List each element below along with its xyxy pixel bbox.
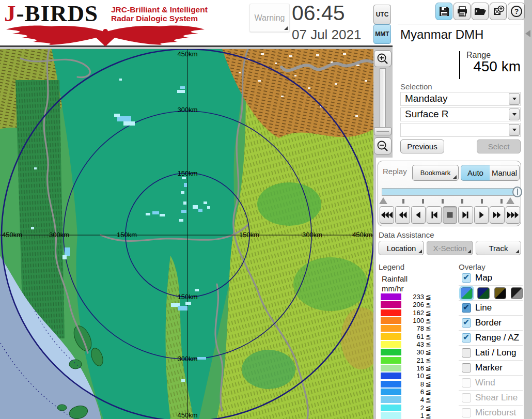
legend-color-swatch xyxy=(381,333,401,340)
data-assistance-label: Data Assistance xyxy=(379,230,434,239)
legend-entry: 233 ≦ xyxy=(381,293,442,300)
map-checkbox[interactable] xyxy=(462,273,471,283)
legend-color-swatch xyxy=(381,341,401,348)
skip-to-start-button[interactable] xyxy=(427,206,441,224)
legend-entry: 2 ≦ xyxy=(381,405,442,411)
logo-subtitle: JRC-Brilliant & Intelligent Radar Dialog… xyxy=(111,5,208,23)
overlay-checkbox[interactable] xyxy=(462,348,471,358)
logo-birds: -BIRDS xyxy=(17,1,99,26)
timeline-tick xyxy=(500,199,503,204)
playback-controls xyxy=(380,206,520,224)
svg-text:300km: 300km xyxy=(302,231,322,239)
skip-to-end-button[interactable] xyxy=(458,206,473,224)
legend-title: Legend xyxy=(379,262,404,271)
svg-text:450km: 450km xyxy=(177,50,197,58)
overlay-checkbox[interactable] xyxy=(462,363,471,373)
overlay-checkbox[interactable] xyxy=(462,378,471,387)
legend-color-swatch xyxy=(381,389,401,395)
legend-scale: 233 ≦ 206 ≦ 162 ≦ 100 ≦ 78 ≦ 61 ≦ 43 ≦ xyxy=(381,293,442,419)
map-style-swatch[interactable] xyxy=(511,287,523,299)
print-button[interactable] xyxy=(453,3,471,20)
chevron-down-icon[interactable] xyxy=(509,108,520,120)
floppy-disk-icon xyxy=(439,6,450,17)
bookmark-button[interactable]: Bookmark xyxy=(412,165,459,181)
window-edge xyxy=(524,0,532,419)
legend-le-symbol: ≦ xyxy=(426,348,431,356)
site-dropdown[interactable]: Mandalay xyxy=(400,92,521,106)
legend-le-symbol: ≦ xyxy=(426,388,431,396)
radar-map[interactable]: 450km300km150km150km300km450km450km300km… xyxy=(0,49,373,419)
overlay-item[interactable]: Marker xyxy=(459,361,523,376)
help-button[interactable]: ? xyxy=(508,3,525,20)
mmt-button[interactable]: MMT xyxy=(373,24,391,44)
fast-forward-button[interactable] xyxy=(490,206,504,224)
location-button[interactable]: Location xyxy=(379,241,424,255)
overlay-item[interactable]: Lati / Long xyxy=(459,346,523,361)
open-file-button[interactable] xyxy=(472,3,489,20)
zoom-out-button[interactable] xyxy=(374,137,392,154)
legend-color-swatch xyxy=(381,365,401,371)
previous-button[interactable]: Previous xyxy=(400,139,444,153)
track-button[interactable]: Track xyxy=(476,241,521,255)
overlay-item[interactable]: Wind xyxy=(459,376,523,391)
panel-collapse-arrow-icon[interactable] xyxy=(525,30,530,37)
legend-le-symbol: ≦ xyxy=(426,380,431,388)
overlay-checkbox[interactable] xyxy=(462,333,471,343)
overlay-item-map[interactable]: Map xyxy=(459,271,523,286)
legend-value: 61 xyxy=(401,333,424,340)
skip-backward-fast-button[interactable] xyxy=(380,206,394,224)
svg-text:150km: 150km xyxy=(117,231,137,239)
map-style-swatch[interactable] xyxy=(477,287,489,299)
xsection-button[interactable]: X-Section xyxy=(427,241,473,255)
warning-button[interactable]: Warning xyxy=(249,4,290,32)
overlay-panel: Map Line Border Range / AZ Lati / Long xyxy=(459,271,523,419)
range-start-marker[interactable] xyxy=(379,197,387,204)
magnifier-plus-icon xyxy=(377,53,389,65)
map-style-swatch[interactable] xyxy=(461,287,473,299)
overlay-item[interactable]: Border xyxy=(459,316,523,331)
svg-text:450km: 450km xyxy=(177,411,197,419)
chevron-down-icon[interactable] xyxy=(509,93,520,105)
add-window-button[interactable] xyxy=(490,3,507,20)
legend-entry: 30 ≦ xyxy=(381,349,442,355)
overlay-checkbox[interactable] xyxy=(462,303,471,313)
product-dropdown[interactable]: Surface R xyxy=(400,107,521,121)
replay-progress-handle[interactable] xyxy=(512,187,522,197)
utc-button[interactable]: UTC xyxy=(373,5,391,24)
replay-progress-track[interactable] xyxy=(382,188,518,196)
legend-value: 233 xyxy=(401,293,424,301)
eagle-icon xyxy=(4,25,207,46)
magnifier-minus-icon xyxy=(377,140,389,152)
rewind-button[interactable] xyxy=(395,206,410,224)
zoom-slider-track[interactable] xyxy=(380,68,386,134)
overlay-checkbox[interactable] xyxy=(462,408,471,417)
overlay-item[interactable]: Shear Line xyxy=(459,391,523,406)
legend-color-swatch xyxy=(381,317,401,324)
legend-le-symbol: ≦ xyxy=(426,301,431,308)
overlay-item[interactable]: Microburst xyxy=(459,406,523,419)
map-style-swatch[interactable] xyxy=(494,287,506,299)
legend-le-symbol: ≦ xyxy=(426,309,431,317)
legend-entry: 16 ≦ xyxy=(381,365,442,371)
overlay-checkbox[interactable] xyxy=(462,393,471,402)
play-reverse-button[interactable] xyxy=(411,206,426,224)
zoom-slider-thumb[interactable] xyxy=(374,127,392,135)
skip-forward-fast-button[interactable] xyxy=(506,206,520,224)
legend-value: 30 xyxy=(401,348,424,356)
overlay-checkbox[interactable] xyxy=(462,318,471,328)
overlay-item[interactable]: Range / AZ xyxy=(459,331,523,346)
range-end-marker[interactable] xyxy=(506,197,514,204)
overlay-item[interactable]: Line xyxy=(459,301,523,316)
svg-text:150km: 150km xyxy=(239,231,259,239)
legend-value: 2 xyxy=(401,404,424,412)
auto-button[interactable]: Auto xyxy=(461,165,490,181)
product-dropdown-value: Surface R xyxy=(405,108,448,120)
option-dropdown[interactable] xyxy=(400,123,521,137)
stop-button[interactable] xyxy=(443,206,457,224)
save-button[interactable] xyxy=(435,3,452,20)
manual-button[interactable]: Manual xyxy=(490,165,520,181)
select-button[interactable]: Select xyxy=(477,139,521,153)
play-button[interactable] xyxy=(474,206,489,224)
chevron-down-icon[interactable] xyxy=(509,124,520,136)
zoom-in-button[interactable] xyxy=(374,50,392,67)
